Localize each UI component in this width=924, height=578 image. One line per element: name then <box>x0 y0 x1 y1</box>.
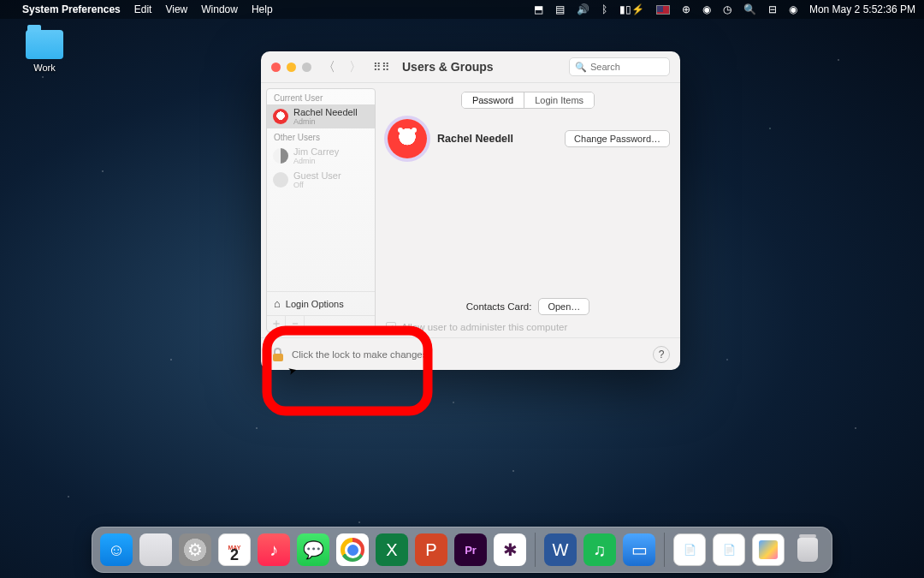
save-to-disk-icon[interactable]: ▤ <box>555 3 565 15</box>
dock-app-chrome[interactable] <box>336 533 369 566</box>
spotlight-icon[interactable]: 🔍 <box>743 3 756 15</box>
dock-app-preview[interactable] <box>752 533 785 566</box>
desktop-background: System Preferences Edit View Window Help… <box>0 0 924 578</box>
forward-button: 〉 <box>346 59 364 75</box>
lock-icon[interactable]: ➤ <box>271 348 285 361</box>
dock-app-slack[interactable]: ✱ <box>494 533 526 566</box>
user-avatar[interactable] <box>388 119 427 158</box>
back-button[interactable]: 〈 <box>320 59 338 75</box>
sidebar-user-name: Rachel Needell <box>293 107 358 117</box>
dock-trash[interactable] <box>791 533 824 566</box>
admin-checkbox-label: Allow user to administer this computer <box>401 322 567 332</box>
tab-login-items[interactable]: Login Items <box>524 92 594 108</box>
sidebar-user-role: Off <box>293 181 341 189</box>
wifi-icon[interactable]: ⊕ <box>682 3 690 15</box>
menubar-help[interactable]: Help <box>252 3 273 15</box>
cursor-icon: ➤ <box>287 363 298 377</box>
control-center-icon[interactable]: ⊟ <box>768 3 777 15</box>
input-source-flag-icon[interactable] <box>656 5 670 15</box>
menubar-window[interactable]: Window <box>201 3 238 15</box>
avatar-icon <box>273 148 288 164</box>
annotation-highlight <box>264 377 431 416</box>
search-icon: 🔍 <box>575 62 587 73</box>
sidebar-user-name: Jim Carrey <box>293 146 339 157</box>
clock-icon[interactable]: ◷ <box>723 3 732 15</box>
menubar-clock[interactable]: Mon May 2 5:52:36 PM <box>809 3 915 15</box>
sidebar-head-current: Current User <box>267 89 375 104</box>
dock-app-premiere[interactable]: Pr <box>454 533 487 566</box>
dropbox-icon[interactable]: ⬒ <box>534 3 543 15</box>
dock-doc-1[interactable]: 📄 <box>673 533 706 566</box>
dock-app-calendar[interactable]: MAY 2 <box>218 533 251 566</box>
home-icon: ⌂ <box>274 297 281 310</box>
tab-segmented-control: Password Login Items <box>461 92 595 109</box>
user-icon[interactable]: ◉ <box>702 3 711 15</box>
login-options-label: Login Options <box>286 299 344 309</box>
sidebar-user-name: Guest User <box>293 170 341 181</box>
window-footer: ➤ Click the lock to make changes. ? <box>261 337 680 370</box>
open-contacts-button[interactable]: Open… <box>538 298 589 315</box>
dock-doc-2[interactable]: 📄 <box>713 533 745 566</box>
dock-app-music[interactable]: ♪ <box>258 533 290 566</box>
user-display-name: Rachel Needell <box>437 133 513 145</box>
sidebar-head-other: Other Users <box>267 128 375 144</box>
sidebar-user-guest[interactable]: Guest User Off <box>267 168 375 192</box>
window-traffic-lights <box>271 63 311 72</box>
folder-icon <box>26 30 63 59</box>
contacts-card-label: Contacts Card: <box>466 301 532 312</box>
sidebar-user-current[interactable]: Rachel Needell Admin <box>267 104 375 128</box>
battery-icon[interactable]: ▮▯⚡ <box>619 3 644 15</box>
window-title: Users & Groups <box>402 60 494 74</box>
users-sidebar: Current User Rachel Needell Admin Other … <box>266 88 376 332</box>
dock-separator <box>535 533 536 567</box>
sidebar-user-jim[interactable]: Jim Carrey Admin <box>267 144 375 168</box>
login-options-row[interactable]: ⌂ Login Options <box>267 291 375 315</box>
dock-app-remote-desktop[interactable]: ▭ <box>623 533 655 566</box>
desktop-folder-work[interactable]: Work <box>19 30 70 73</box>
dock-app-finder[interactable]: ☺ <box>100 533 133 566</box>
trash-icon <box>797 538 818 562</box>
dock: ☺ ⚙ MAY 2 ♪ 💬 X P Pr ✱ W ♫ ▭ 📄 📄 <box>92 527 832 573</box>
sidebar-user-role: Admin <box>293 117 358 126</box>
calendar-day: 2 <box>230 551 239 559</box>
minimize-button[interactable] <box>287 63 296 72</box>
dock-app-powerpoint[interactable]: P <box>415 533 447 566</box>
menubar-app-name[interactable]: System Preferences <box>22 3 121 15</box>
dock-app-spotify[interactable]: ♫ <box>583 533 616 566</box>
bluetooth-icon[interactable]: ᛒ <box>601 3 607 15</box>
menubar-edit[interactable]: Edit <box>134 3 152 15</box>
dock-app-launchpad[interactable] <box>139 533 172 566</box>
zoom-button[interactable] <box>302 63 311 72</box>
tab-password[interactable]: Password <box>462 92 524 108</box>
volume-icon[interactable]: 🔊 <box>577 3 589 15</box>
avatar-icon <box>273 109 288 124</box>
dock-app-settings[interactable]: ⚙ <box>179 533 211 566</box>
sidebar-user-role: Admin <box>293 157 339 165</box>
close-button[interactable] <box>271 63 281 72</box>
search-field[interactable]: 🔍 <box>569 57 670 76</box>
menubar-view[interactable]: View <box>165 3 187 15</box>
dock-app-word[interactable]: W <box>544 533 577 566</box>
dock-separator <box>664 533 665 567</box>
search-input[interactable] <box>590 62 664 72</box>
user-detail-panel: Password Login Items Rachel Needell Chan… <box>376 83 680 337</box>
avatar-icon <box>273 172 288 188</box>
siri-icon[interactable]: ◉ <box>789 3 797 15</box>
change-password-button[interactable]: Change Password… <box>565 130 670 147</box>
desktop-folder-label: Work <box>19 63 70 73</box>
lock-hint-text: Click the lock to make changes. <box>292 349 430 360</box>
system-preferences-window: 〈 〉 ⠿⠿ Users & Groups 🔍 Current User Rac… <box>261 51 680 370</box>
dock-app-messages[interactable]: 💬 <box>297 533 329 566</box>
help-button[interactable]: ? <box>653 346 670 363</box>
dock-app-excel[interactable]: X <box>376 533 408 566</box>
menubar: System Preferences Edit View Window Help… <box>0 0 924 19</box>
show-all-icon[interactable]: ⠿⠿ <box>373 61 390 74</box>
window-titlebar[interactable]: 〈 〉 ⠿⠿ Users & Groups 🔍 <box>261 51 680 82</box>
